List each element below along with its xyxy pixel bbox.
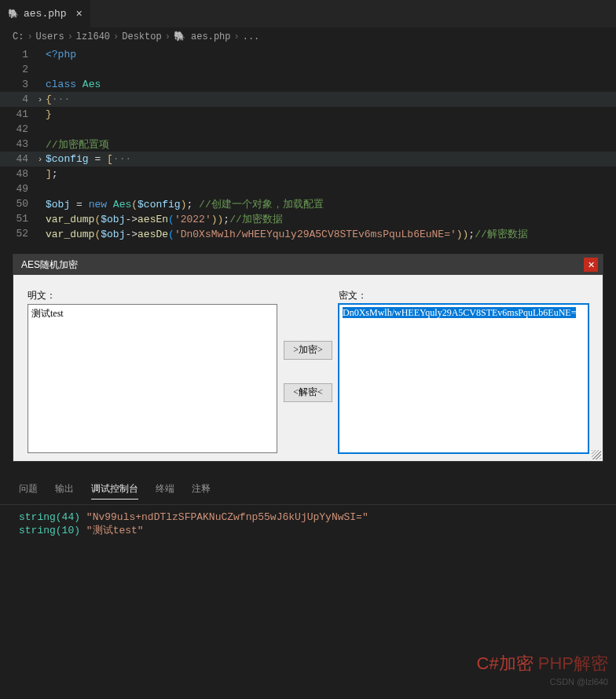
plaintext-label: 明文：	[28, 289, 277, 302]
panel-titlebar[interactable]: AES随机加密 ✕	[13, 254, 603, 275]
line-number: 51	[0, 213, 35, 225]
line-number: 4	[0, 93, 35, 105]
tab-debug-console[interactable]: 调试控制台	[91, 482, 138, 500]
panel-title: AES随机加密	[21, 258, 78, 272]
line-number: 50	[0, 198, 35, 210]
crumb[interactable]: Desktop	[122, 31, 161, 42]
line-number: 52	[0, 228, 35, 240]
resize-grip[interactable]	[592, 450, 601, 459]
tab-title: aes.php	[24, 8, 67, 20]
encrypt-button[interactable]: >加密>	[284, 341, 332, 360]
code-editor[interactable]: 1<?php 2 3class Aes 4›{··· 41} 42 43//加密…	[0, 46, 616, 246]
line-number: 43	[0, 138, 35, 150]
line-number: 1	[0, 49, 35, 60]
crumb[interactable]: Users	[36, 31, 64, 42]
line-number: 41	[0, 108, 35, 120]
crumb[interactable]: ...	[243, 31, 260, 42]
breadcrumb[interactable]: C:› Users› lzl640› Desktop› 🐘 aes.php› .…	[0, 27, 616, 46]
tab-output[interactable]: 输出	[55, 482, 74, 500]
crumb[interactable]: lzl640	[76, 31, 110, 42]
tab-terminal[interactable]: 终端	[156, 482, 174, 500]
line-number: 3	[0, 79, 35, 90]
ciphertext-input[interactable]: Dn0XsMwlh/wHEEYquly29A5CV8STEv6msPquLb6E…	[339, 304, 588, 453]
watermark: C#加密 PHP解密 CSDN @lzl640	[477, 652, 609, 688]
decrypt-button[interactable]: <解密<	[284, 383, 332, 402]
line-number: 48	[0, 168, 35, 180]
tab-bar: 🐘 aes.php ×	[0, 0, 616, 27]
fold-icon[interactable]: ›	[35, 95, 46, 104]
close-button[interactable]: ✕	[584, 258, 598, 272]
php-icon: 🐘	[8, 9, 19, 19]
line-number: 44	[0, 153, 35, 165]
crumb[interactable]: C:	[13, 31, 24, 42]
aes-panel: AES随机加密 ✕ 明文： 测试test >加密> <解密< 密文： Dn0Xs…	[13, 254, 603, 462]
tab-problems[interactable]: 问题	[19, 482, 38, 500]
fold-icon[interactable]: ›	[35, 155, 46, 164]
tab-comments[interactable]: 注释	[192, 482, 211, 500]
line-number: 49	[0, 183, 35, 195]
console-output[interactable]: string(44) "Nv99uls+ndDTlzSFPAKNuCZwfnp5…	[0, 505, 616, 543]
ciphertext-label: 密文：	[339, 289, 588, 302]
crumb[interactable]: 🐘 aes.php	[174, 31, 231, 42]
line-number: 2	[0, 64, 35, 75]
editor-tab[interactable]: 🐘 aes.php ×	[0, 0, 91, 27]
close-icon[interactable]: ×	[76, 8, 82, 20]
terminal-panel: 问题 输出 调试控制台 终端 注释 string(44) "Nv99uls+nd…	[0, 482, 616, 543]
line-number: 42	[0, 123, 35, 135]
plaintext-input[interactable]: 测试test	[28, 304, 277, 453]
